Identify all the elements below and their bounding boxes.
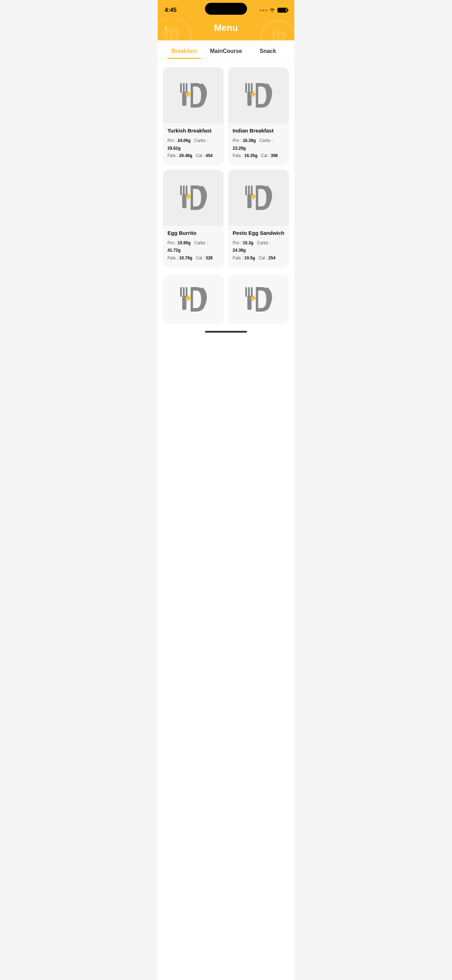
card-egg-burrito[interactable]: Egg Burrito Pro : 15.95g Carbs : 41.72g … — [163, 170, 224, 267]
card-turkish-breakfast[interactable]: Turkish Breakfast Pro : 24.06g Carbs : 2… — [163, 67, 224, 165]
svg-rect-38 — [245, 287, 247, 297]
card-title-burrito: Egg Burrito — [167, 230, 220, 236]
card-image-indian — [228, 67, 289, 123]
card-title-turkish: Turkish Breakfast — [167, 127, 220, 134]
svg-rect-19 — [253, 91, 255, 97]
card-body-indian: Indian Breakfast Pro : 16.39g Carbs : 23… — [228, 123, 289, 165]
svg-rect-5 — [273, 30, 275, 40]
svg-rect-22 — [186, 185, 188, 195]
partial-card-left[interactable] — [163, 275, 224, 324]
svg-rect-9 — [183, 83, 185, 93]
back-button[interactable]: ‹ — [165, 24, 167, 33]
card-image-turkish — [163, 67, 224, 123]
svg-rect-21 — [183, 185, 185, 195]
svg-rect-10 — [186, 83, 188, 93]
status-time: 4:45 — [165, 7, 177, 14]
svg-rect-43 — [253, 295, 255, 301]
svg-rect-39 — [248, 287, 250, 297]
card-indian-breakfast[interactable]: Indian Breakfast Pro : 16.39g Carbs : 23… — [228, 67, 289, 165]
svg-rect-26 — [245, 185, 247, 195]
scroll-indicator — [158, 327, 294, 337]
svg-point-0 — [158, 19, 191, 40]
svg-rect-31 — [253, 194, 255, 199]
page-title: Menu — [214, 22, 238, 33]
partial-cards-row — [158, 275, 294, 324]
card-nutrition-indian: Pro : 16.39g Carbs : 23.29g Fats : 16.35… — [232, 137, 285, 160]
cards-grid: Turkish Breakfast Pro : 24.06g Carbs : 2… — [158, 65, 294, 270]
card-nutrition-burrito: Pro : 15.95g Carbs : 41.72g Fats : 10.78… — [167, 239, 220, 262]
card-pesto-egg-sandwich[interactable]: Pesto Egg Sandwich Pro : 15.3g Carbs : 2… — [228, 170, 289, 267]
svg-rect-25 — [188, 194, 189, 199]
status-bar: 4:45 — [158, 0, 294, 19]
food-logo-icon — [237, 177, 280, 219]
svg-rect-2 — [170, 28, 173, 40]
svg-point-4 — [261, 21, 295, 41]
card-body-burrito: Egg Burrito Pro : 15.95g Carbs : 41.72g … — [163, 226, 224, 267]
notch — [205, 3, 247, 15]
food-logo-icon — [172, 177, 215, 219]
svg-rect-34 — [186, 287, 188, 297]
home-indicator — [205, 331, 247, 332]
card-image-pesto — [228, 170, 289, 226]
main-content: Breakfast MainCourse Snack — [158, 37, 294, 980]
tab-maincourse[interactable]: MainCourse — [205, 44, 247, 59]
svg-rect-32 — [180, 287, 182, 297]
svg-rect-15 — [248, 83, 250, 93]
svg-rect-6 — [277, 30, 280, 40]
food-logo-icon — [172, 278, 215, 320]
food-logo-icon — [237, 278, 280, 320]
card-image-burrito — [163, 170, 224, 226]
partial-card-right[interactable] — [228, 275, 289, 324]
status-icons — [259, 8, 287, 13]
svg-rect-7 — [282, 30, 285, 40]
card-body-turkish: Turkish Breakfast Pro : 24.06g Carbs : 2… — [163, 123, 224, 165]
wifi-icon — [269, 8, 275, 13]
tab-snack[interactable]: Snack — [247, 44, 289, 59]
card-title-pesto: Pesto Egg Sandwich — [232, 230, 285, 236]
svg-rect-16 — [251, 83, 253, 93]
svg-rect-13 — [188, 91, 189, 97]
card-body-pesto: Pesto Egg Sandwich Pro : 15.3g Carbs : 2… — [228, 226, 289, 267]
svg-rect-28 — [251, 185, 253, 195]
svg-rect-27 — [248, 185, 250, 195]
svg-rect-33 — [183, 287, 185, 297]
food-logo-icon — [172, 74, 215, 116]
card-nutrition-turkish: Pro : 24.06g Carbs : 29.62g Fats : 26.48… — [167, 137, 220, 160]
tab-breakfast[interactable]: Breakfast — [163, 44, 205, 59]
signal-dots — [259, 10, 267, 11]
battery-icon — [277, 8, 287, 13]
svg-rect-8 — [180, 83, 182, 93]
food-logo-icon — [237, 74, 280, 116]
card-nutrition-pesto: Pro : 15.3g Carbs : 24.38g Fats : 10.5g … — [232, 239, 285, 262]
svg-rect-3 — [175, 28, 178, 40]
svg-rect-40 — [251, 287, 253, 297]
svg-rect-37 — [188, 295, 189, 301]
header: ‹ Menu — [158, 19, 294, 40]
card-title-indian: Indian Breakfast — [232, 127, 285, 134]
svg-rect-14 — [245, 83, 247, 93]
svg-rect-20 — [180, 185, 182, 195]
